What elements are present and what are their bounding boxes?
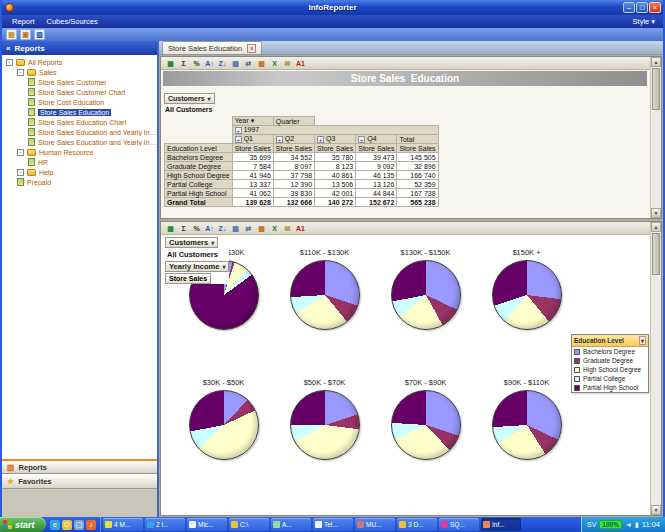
- show-desktop-icon[interactable]: ▢: [74, 520, 84, 530]
- percent-icon[interactable]: %: [191, 58, 202, 69]
- font-icon[interactable]: A1: [295, 223, 306, 234]
- legend-header[interactable]: Education Level ▾: [572, 335, 648, 347]
- tree-item-store-sales-education-chart[interactable]: Store Sales Education Chart: [2, 117, 157, 127]
- pivot-table-icon[interactable]: ▤: [230, 223, 241, 234]
- excel-export-icon[interactable]: X: [269, 223, 280, 234]
- network-icon[interactable]: ▮: [635, 521, 639, 529]
- sort-desc-icon[interactable]: Z↓: [217, 223, 228, 234]
- tree-item-all-reports[interactable]: -All Reports: [2, 57, 157, 67]
- scroll-thumb[interactable]: [652, 68, 660, 110]
- taskbar-button-tel[interactable]: Tel...: [313, 518, 353, 531]
- mail-icon[interactable]: ✉: [282, 223, 293, 234]
- tree-item-store-cost-education[interactable]: Store Cost Education: [2, 97, 157, 107]
- pivot-scrollbar[interactable]: ▲ ▼: [650, 57, 661, 218]
- percent-icon[interactable]: %: [191, 223, 202, 234]
- style-menu[interactable]: Style ▾: [633, 17, 659, 26]
- scroll-up-icon[interactable]: ▲: [651, 57, 661, 67]
- scroll-up-icon[interactable]: ▲: [651, 222, 661, 232]
- expand-icon[interactable]: -: [17, 69, 24, 76]
- save-icon[interactable]: ▥: [34, 29, 45, 40]
- swap-axes-icon[interactable]: ⇄: [243, 58, 254, 69]
- taskbar-button-inf[interactable]: Inf...: [481, 518, 521, 531]
- sort-asc-icon[interactable]: A↑: [204, 58, 215, 69]
- taskbar-button-c[interactable]: C:\: [229, 518, 269, 531]
- chart-customers-dropdown[interactable]: Customers ▾: [165, 237, 218, 248]
- chart-scrollbar[interactable]: ▲ ▼: [650, 222, 661, 515]
- quarter-header-q3[interactable]: +Q3: [315, 135, 356, 144]
- minimize-button[interactable]: –: [623, 2, 635, 13]
- customers-dropdown[interactable]: Customers ▾: [164, 93, 215, 104]
- refresh-grid-icon[interactable]: ▦: [165, 58, 176, 69]
- tree-item-human-resource[interactable]: -Human Resource: [2, 147, 157, 157]
- tree-item-store-sales-education-and-yearly-income[interactable]: Store Sales Education and Yearly Income: [2, 127, 157, 137]
- scroll-down-icon[interactable]: ▼: [651, 505, 661, 515]
- expand-box-icon[interactable]: +: [276, 136, 283, 143]
- chart-icon[interactable]: ▩: [256, 223, 267, 234]
- media-player-icon[interactable]: ♪: [86, 520, 96, 530]
- outlook-icon[interactable]: O: [62, 520, 72, 530]
- taskbar-button-mic[interactable]: Mic...: [187, 518, 227, 531]
- sidebar-panel-reports[interactable]: ▥Reports: [2, 459, 157, 474]
- excel-export-icon[interactable]: X: [269, 58, 280, 69]
- sort-asc-icon[interactable]: A↑: [204, 223, 215, 234]
- row-dim-header[interactable]: Education Level: [165, 144, 233, 153]
- quarter-header-q1[interactable]: +Q1: [232, 135, 273, 144]
- expand-icon[interactable]: -: [17, 149, 24, 156]
- maximize-button[interactable]: □: [636, 2, 648, 13]
- expand-box-icon[interactable]: +: [235, 136, 242, 143]
- expand-box-icon[interactable]: +: [317, 136, 324, 143]
- sigma-icon[interactable]: Σ: [178, 58, 189, 69]
- font-icon[interactable]: A1: [295, 58, 306, 69]
- close-button[interactable]: ×: [649, 2, 661, 13]
- collapse-box-icon[interactable]: +: [235, 127, 242, 134]
- taskbar-button-a[interactable]: A...: [271, 518, 311, 531]
- legend-label: Bachelors Degree: [583, 348, 635, 355]
- scroll-thumb[interactable]: [652, 233, 660, 275]
- refresh-grid-icon[interactable]: ▦: [165, 223, 176, 234]
- swap-axes-icon[interactable]: ⇄: [243, 223, 254, 234]
- collapse-arrow-icon[interactable]: «: [6, 44, 10, 53]
- start-button[interactable]: start: [0, 517, 46, 532]
- volume-icon[interactable]: ◄: [625, 521, 632, 528]
- ie-icon[interactable]: e: [50, 520, 60, 530]
- scroll-down-icon[interactable]: ▼: [651, 208, 661, 218]
- taskbar-button-mu[interactable]: MU...: [355, 518, 395, 531]
- tree-item-store-sales-education-and-yearly-income-2[interactable]: Store Sales Education and Yearly Income …: [2, 137, 157, 147]
- tree-item-hr[interactable]: HR: [2, 157, 157, 167]
- tree-item-store-sales-education[interactable]: Store Sales Education: [2, 107, 157, 117]
- year-dim-header[interactable]: Year ▾: [232, 117, 273, 126]
- menu-report[interactable]: Report: [6, 17, 41, 26]
- chevron-down-icon[interactable]: ▾: [639, 336, 646, 345]
- expand-box-icon[interactable]: +: [358, 136, 365, 143]
- quarter-header-q4[interactable]: +Q4: [356, 135, 397, 144]
- taskbar-button-4-m[interactable]: 4 M...: [103, 518, 143, 531]
- taskbar-button-sq[interactable]: SQ...: [439, 518, 479, 531]
- new-report-icon[interactable]: ▤: [6, 29, 17, 40]
- taskbar-button-2-i[interactable]: 2 I...: [145, 518, 185, 531]
- tree-item-help[interactable]: -Help: [2, 167, 157, 177]
- tree-item-store-sales-customer-chart[interactable]: Store Sales Customer Chart: [2, 87, 157, 97]
- sigma-icon[interactable]: Σ: [178, 223, 189, 234]
- yearly-income-dropdown[interactable]: Yearly Income ▾: [165, 261, 229, 272]
- tab-store-sales-education[interactable]: Store Sales Education x: [162, 41, 262, 54]
- battery-indicator[interactable]: 100%: [599, 520, 622, 529]
- sidebar-panel-favorites[interactable]: ★Favorites: [2, 474, 157, 489]
- title-bar[interactable]: InfoReporter – □ ×: [2, 0, 663, 15]
- pivot-table-icon[interactable]: ▤: [230, 58, 241, 69]
- quarter-dim-header[interactable]: Quarter: [273, 117, 314, 126]
- tree-item-prepaid[interactable]: Prepaid: [2, 177, 157, 187]
- tree-item-sales[interactable]: -Sales: [2, 67, 157, 77]
- sort-desc-icon[interactable]: Z↓: [217, 58, 228, 69]
- open-icon[interactable]: ▣: [20, 29, 31, 40]
- quarter-header-q2[interactable]: +Q2: [273, 135, 314, 144]
- year-header[interactable]: +1997: [232, 126, 438, 135]
- tab-close-icon[interactable]: x: [247, 44, 256, 53]
- expand-icon[interactable]: -: [6, 59, 13, 66]
- expand-icon[interactable]: -: [17, 169, 24, 176]
- menu-cubes-sources[interactable]: Cubes/Sources: [41, 17, 104, 26]
- tree-item-store-sales-customer[interactable]: Store Sales Customer: [2, 77, 157, 87]
- mail-icon[interactable]: ✉: [282, 58, 293, 69]
- chart-icon[interactable]: ▩: [256, 58, 267, 69]
- clock[interactable]: 11:04: [642, 520, 660, 529]
- taskbar-button-3-d[interactable]: 3 D...: [397, 518, 437, 531]
